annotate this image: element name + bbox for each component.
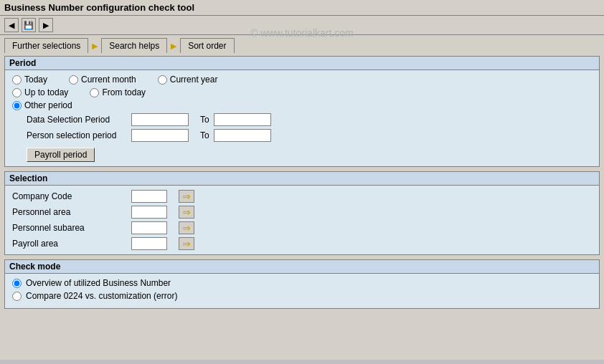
tab-sort-order[interactable]: Sort order	[180, 38, 234, 53]
radio-today-label: Today	[24, 75, 47, 85]
check-mode-row-1: Overview of utilized Business Number	[12, 278, 592, 288]
period-row-2: Up to today From today	[12, 87, 592, 97]
check-mode-section: Check mode Overview of utilized Business…	[4, 259, 600, 309]
payroll-area-input[interactable]	[131, 237, 167, 250]
check-mode-overview-input[interactable]	[12, 279, 22, 288]
selection-section-body: Company Code Personnel area Personnel su…	[5, 186, 599, 254]
person-selection-period-to[interactable]	[214, 129, 271, 142]
check-mode-overview-label: Overview of utilized Business Number	[26, 278, 171, 288]
title-bar: Business Number configuration check tool	[0, 0, 604, 16]
radio-up-to-today[interactable]: Up to today	[12, 87, 68, 97]
payroll-area-arrow-btn[interactable]	[179, 237, 194, 250]
company-code-arrow-btn[interactable]	[179, 190, 194, 203]
tab-arrow-2: ►	[169, 40, 179, 52]
radio-other-period-input[interactable]	[12, 101, 22, 110]
check-mode-section-title: Check mode	[5, 260, 599, 274]
personnel-subarea-arrow-btn[interactable]	[179, 221, 194, 234]
radio-from-today-label: From today	[102, 87, 146, 97]
radio-current-month[interactable]: Current month	[69, 75, 136, 85]
radio-current-year-label: Current year	[170, 75, 218, 85]
toolbar: ◀ 💾 ▶	[0, 16, 604, 35]
radio-current-year-input[interactable]	[158, 75, 167, 85]
data-selection-period-label: Data Selection Period	[27, 115, 127, 125]
selection-section: Selection Company Code Personnel area Pe…	[4, 171, 600, 255]
data-selection-period-to-label: To	[200, 115, 209, 125]
tab-search-helps-label: Search helps	[109, 41, 159, 51]
tab-further-selections-label: Further selections	[12, 41, 80, 51]
payroll-area-label: Payroll area	[12, 239, 127, 249]
radio-up-to-today-input[interactable]	[12, 88, 22, 97]
radio-from-today[interactable]: From today	[90, 87, 146, 97]
period-section: Period Today Current month Current year	[4, 56, 600, 167]
radio-current-month-input[interactable]	[69, 75, 78, 85]
payroll-period-button[interactable]: Payroll period	[27, 148, 95, 162]
personnel-area-label: Personnel area	[12, 207, 127, 217]
data-selection-period-from[interactable]	[131, 113, 189, 126]
check-mode-body: Overview of utilized Business Number Com…	[5, 274, 599, 308]
radio-other-period-label: Other period	[24, 100, 72, 110]
radio-today[interactable]: Today	[12, 75, 47, 85]
company-code-label: Company Code	[12, 191, 127, 201]
person-selection-period-to-label: To	[200, 130, 209, 140]
tab-search-helps[interactable]: Search helps	[101, 38, 167, 53]
back-icon[interactable]: ◀	[4, 18, 19, 32]
data-selection-period-row: Data Selection Period To	[12, 113, 592, 126]
tab-sort-order-label: Sort order	[188, 41, 226, 51]
person-selection-period-row: Person selection period To	[12, 129, 592, 142]
tab-bar: Further selections ► Search helps ► Sort…	[0, 35, 604, 53]
person-selection-period-label: Person selection period	[27, 130, 127, 140]
radio-up-to-today-label: Up to today	[24, 87, 68, 97]
app-title: Business Number configuration check tool	[4, 2, 194, 13]
radio-from-today-input[interactable]	[90, 88, 99, 97]
period-section-body: Today Current month Current year Up to t…	[5, 70, 599, 166]
personnel-area-input[interactable]	[131, 206, 167, 219]
personnel-subarea-label: Personnel subarea	[12, 223, 127, 233]
radio-current-year[interactable]: Current year	[158, 75, 218, 85]
selection-section-title: Selection	[5, 172, 599, 186]
company-code-input[interactable]	[131, 190, 167, 203]
check-mode-compare-input[interactable]	[12, 292, 22, 301]
radio-other-period[interactable]: Other period	[12, 100, 72, 110]
check-mode-row-2: Compare 0224 vs. customization (error)	[12, 291, 592, 301]
personnel-subarea-input[interactable]	[131, 221, 167, 234]
tab-further-selections[interactable]: Further selections	[4, 38, 88, 53]
personnel-area-arrow-btn[interactable]	[179, 206, 194, 219]
selection-grid: Company Code Personnel area Personnel su…	[12, 190, 592, 250]
save-icon[interactable]: 💾	[22, 18, 36, 32]
tab-arrow-1: ►	[90, 40, 100, 52]
data-selection-period-to[interactable]	[214, 113, 271, 126]
radio-current-month-label: Current month	[81, 75, 136, 85]
radio-today-input[interactable]	[12, 75, 22, 85]
period-row-3: Other period	[12, 100, 592, 110]
period-row-1: Today Current month Current year	[12, 75, 592, 85]
main-content: Period Today Current month Current year	[0, 53, 604, 360]
check-mode-compare-label: Compare 0224 vs. customization (error)	[26, 291, 177, 301]
forward-icon[interactable]: ▶	[39, 18, 53, 32]
person-selection-period-from[interactable]	[131, 129, 189, 142]
period-section-title: Period	[5, 57, 599, 70]
